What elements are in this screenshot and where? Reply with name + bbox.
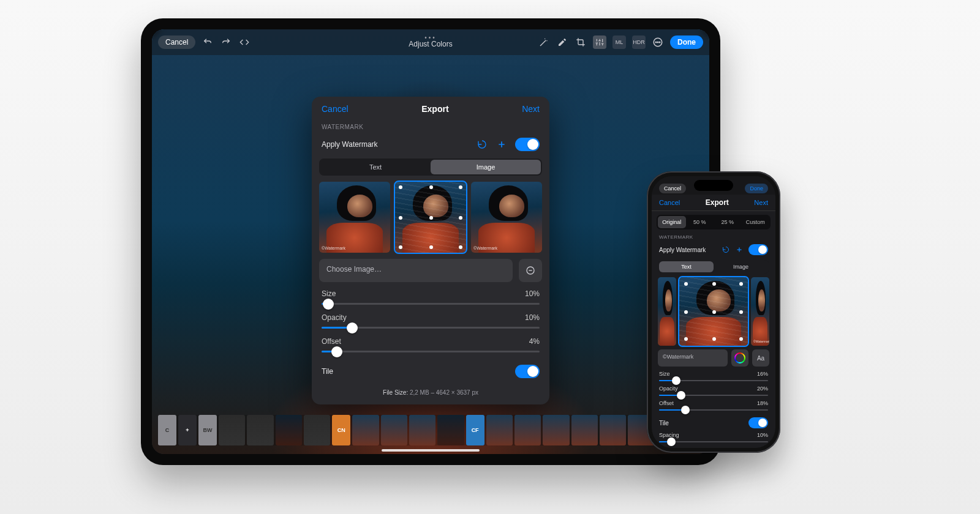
- color-ring-icon: [734, 352, 745, 363]
- offset-track[interactable]: [659, 409, 768, 411]
- cancel-button[interactable]: Cancel: [158, 35, 195, 49]
- preset-strip: C + BW CN CF LS: [158, 415, 703, 445]
- pencil-icon[interactable]: [556, 36, 568, 48]
- preset-thumb[interactable]: [543, 415, 569, 445]
- offset-slider: Offset18%: [652, 400, 775, 414]
- reset-icon[interactable]: [722, 245, 730, 254]
- spacing-track[interactable]: [659, 441, 768, 442]
- reset-icon[interactable]: [476, 138, 488, 151]
- preset-thumb[interactable]: [571, 415, 598, 445]
- opacity-track[interactable]: [659, 395, 768, 396]
- preset-thumb[interactable]: [600, 415, 626, 445]
- opacity-track[interactable]: [322, 327, 540, 329]
- preset-thumb[interactable]: [276, 415, 302, 445]
- watermark-text-field[interactable]: ©Watermark: [658, 349, 728, 367]
- preview-center[interactable]: [679, 277, 748, 346]
- apply-watermark-toggle[interactable]: [515, 138, 540, 151]
- apply-watermark-label: Apply Watermark: [322, 140, 378, 149]
- undo-icon[interactable]: [202, 36, 214, 48]
- size-value: 10%: [525, 289, 540, 298]
- spacing-slider: Spacing10%: [652, 431, 775, 446]
- preset-label-bw[interactable]: BW: [198, 415, 217, 445]
- opacity-label: Opacity: [659, 386, 678, 392]
- opacity-label: Opacity: [322, 313, 347, 322]
- size-custom[interactable]: Custom: [742, 216, 770, 228]
- modal-cancel-button[interactable]: Cancel: [322, 104, 349, 114]
- offset-track[interactable]: [322, 351, 540, 352]
- watermark-type-segment: Text Image: [658, 260, 769, 274]
- preset-label-cf[interactable]: CF: [466, 415, 484, 445]
- tab-image[interactable]: Image: [431, 160, 541, 174]
- tile-toggle[interactable]: [515, 365, 540, 378]
- tile-label: Tile: [659, 420, 669, 426]
- tab-image[interactable]: Image: [714, 261, 768, 272]
- preset-thumb[interactable]: [409, 415, 435, 445]
- add-icon[interactable]: [735, 245, 744, 254]
- choose-image-button[interactable]: Choose Image…: [319, 259, 513, 282]
- file-size-footer: File Size: 2,2 MB – 4642 × 3637 px: [312, 383, 549, 404]
- size-track[interactable]: [659, 380, 768, 381]
- code-icon[interactable]: [238, 36, 251, 48]
- size-slider: Size10%: [312, 288, 549, 312]
- preset-thumb[interactable]: [219, 415, 245, 445]
- opacity-value: 20%: [757, 386, 768, 392]
- offset-slider: Offset4%: [312, 336, 549, 360]
- size-original[interactable]: Original: [658, 216, 686, 228]
- preset-label-c[interactable]: C: [158, 415, 176, 445]
- preset-thumb[interactable]: [381, 415, 407, 445]
- preview-right[interactable]: ©Watermark: [751, 277, 769, 346]
- title-area: ••• Adjust Colors: [409, 36, 452, 48]
- preset-thumb[interactable]: [352, 415, 379, 445]
- font-button[interactable]: Aa: [752, 349, 769, 367]
- preset-thumb[interactable]: [247, 415, 273, 445]
- size-track[interactable]: [322, 303, 540, 305]
- size-label: Size: [659, 371, 670, 377]
- ipad-screen: Cancel ••• Adjust Colors ML HDR Done: [152, 29, 709, 454]
- size-value: 16%: [757, 371, 768, 377]
- tile-toggle[interactable]: [748, 417, 768, 428]
- redo-icon[interactable]: [220, 36, 232, 48]
- modal-cancel-button[interactable]: Cancel: [659, 199, 680, 206]
- offset-value: 4%: [529, 337, 540, 346]
- size-50[interactable]: 50 %: [686, 216, 714, 228]
- svg-point-11: [657, 42, 658, 43]
- ml-icon[interactable]: ML: [612, 35, 626, 49]
- hdr-icon[interactable]: HDR: [632, 35, 646, 49]
- done-button[interactable]: Done: [745, 184, 768, 193]
- svg-point-10: [655, 42, 657, 43]
- adjust-icon[interactable]: [593, 35, 606, 49]
- modal-next-button[interactable]: Next: [754, 199, 768, 206]
- modal-next-button[interactable]: Next: [522, 104, 540, 114]
- preview-center[interactable]: [395, 182, 466, 253]
- more-icon[interactable]: [652, 36, 664, 48]
- color-picker-button[interactable]: [731, 349, 748, 367]
- offset-label: Offset: [659, 400, 674, 406]
- export-modal: Cancel Export Next WATERMARK Apply Water…: [312, 97, 549, 404]
- size-label: Size: [322, 289, 336, 298]
- tab-text[interactable]: Text: [659, 261, 714, 272]
- preview-right[interactable]: ©Watermark: [471, 182, 542, 253]
- export-size-segment: Original 50 % 25 % Custom: [657, 215, 771, 229]
- tile-label: Tile: [322, 367, 333, 376]
- crop-icon[interactable]: [575, 36, 587, 48]
- done-button[interactable]: Done: [670, 35, 703, 49]
- preset-thumb[interactable]: [514, 415, 541, 445]
- watermark-previews: ©Watermark: [652, 277, 775, 349]
- preset-thumb[interactable]: [304, 415, 330, 445]
- size-25[interactable]: 25 %: [714, 216, 742, 228]
- add-icon[interactable]: [496, 138, 508, 151]
- apply-watermark-toggle[interactable]: [748, 244, 768, 255]
- opacity-slider: Opacity10%: [312, 312, 549, 336]
- tab-text[interactable]: Text: [320, 160, 431, 174]
- export-header: Cancel Export Next: [652, 195, 775, 211]
- preview-left[interactable]: ©Watermark: [319, 182, 390, 253]
- preset-thumb[interactable]: [486, 415, 513, 445]
- watermark-section-label: WATERMARK: [312, 121, 549, 133]
- preset-thumb[interactable]: [437, 415, 464, 445]
- options-button[interactable]: [519, 259, 542, 282]
- preset-add-button[interactable]: +: [178, 415, 197, 445]
- preview-left[interactable]: [658, 277, 676, 346]
- preset-label-cn[interactable]: CN: [332, 415, 350, 445]
- cancel-button[interactable]: Cancel: [659, 184, 686, 193]
- wand-icon[interactable]: [538, 36, 550, 48]
